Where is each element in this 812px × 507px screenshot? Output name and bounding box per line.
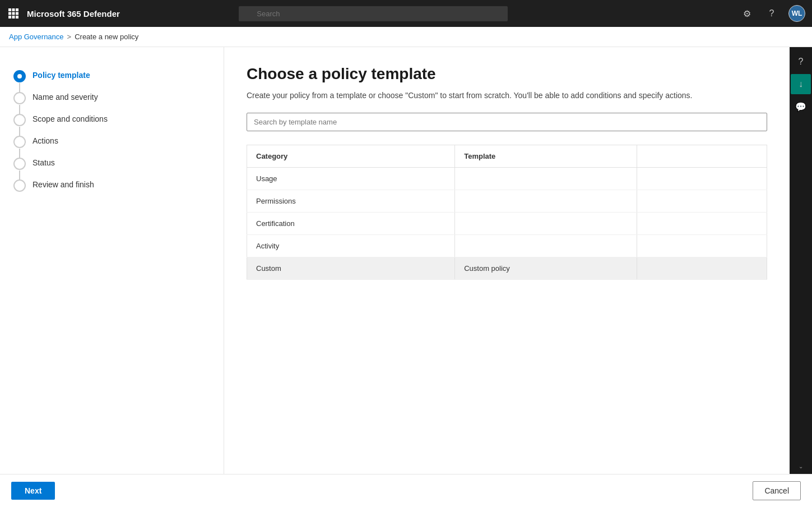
step-circle-policy-template [13,70,26,82]
svg-rect-5 [16,12,18,15]
category-custom[interactable]: Custom [247,257,455,280]
help-icon[interactable]: ? [764,6,779,21]
step-label-scope-conditions: Scope and conditions [33,113,108,123]
table-row-selected[interactable]: Custom Custom policy [247,257,767,280]
right-panel-help-btn[interactable]: ? [791,52,811,72]
template-cell-permissions[interactable] [455,190,637,213]
app-title: Microsoft 365 Defender [27,9,120,19]
grid-icon[interactable] [7,7,20,20]
template-table: Category Template Usage Permissions C [247,145,767,280]
step-item-scope-conditions: Scope and conditions [13,109,210,131]
step-label-status: Status [33,157,55,167]
step-list: Policy template Name and severity Scope … [13,65,210,196]
category-certification[interactable]: Certification [247,213,455,235]
step-circle-scope-conditions [13,114,26,126]
breadcrumb-separator: > [67,33,72,41]
right-panel: ? ↓ 💬 ⌄ [790,47,812,474]
step-circle-actions [13,136,26,148]
page-title: Choose a policy template [247,65,767,83]
top-navigation: Microsoft 365 Defender 🔍 ⚙ ? WL [0,0,812,27]
step-label-actions: Actions [33,135,58,145]
svg-rect-7 [12,16,15,19]
step-label-policy-template: Policy template [33,70,90,80]
step-label-name-severity: Name and severity [33,91,98,102]
footer: Next Cancel [0,474,812,507]
svg-rect-1 [12,8,15,11]
step-item-name-severity: Name and severity [13,87,210,109]
step-item-policy-template: Policy template [13,65,210,87]
steps-sidebar: Policy template Name and severity Scope … [0,47,224,474]
col-header-category: Category [247,145,455,168]
content-area: Choose a policy template Create your pol… [224,47,790,474]
step-item-status: Status [13,153,210,174]
search-bar: 🔍 [239,6,508,21]
right-panel-feedback-btn[interactable]: 💬 [791,96,811,117]
step-circle-status [13,158,26,170]
template-cell-custom[interactable]: Custom policy [455,257,637,280]
category-permissions[interactable]: Permissions [247,190,455,213]
next-button[interactable]: Next [11,482,55,500]
table-row[interactable]: Activity [247,235,767,257]
breadcrumb-current: Create a new policy [75,33,138,41]
avatar[interactable]: WL [788,5,805,22]
breadcrumb: App Governance > Create a new policy [0,27,812,47]
template-cell-certification[interactable] [455,213,637,235]
step-label-review-finish: Review and finish [33,179,94,189]
svg-rect-8 [16,16,18,19]
step-item-review-finish: Review and finish [13,174,210,196]
template-cell-activity[interactable] [455,235,637,257]
table-row[interactable]: Permissions [247,190,767,213]
nav-right-controls: ⚙ ? WL [739,5,805,22]
svg-rect-0 [8,8,11,11]
table-row[interactable]: Usage [247,168,767,190]
page-description: Create your policy from a template or ch… [247,90,767,102]
col-header-detail [637,145,767,168]
settings-icon[interactable]: ⚙ [739,6,755,21]
scroll-down-icon[interactable]: ⌄ [799,463,803,469]
cancel-button[interactable]: Cancel [753,481,801,500]
category-usage[interactable]: Usage [247,168,455,190]
step-circle-review-finish [13,179,26,192]
svg-rect-4 [12,12,15,15]
breadcrumb-parent[interactable]: App Governance [9,33,64,41]
category-activity[interactable]: Activity [247,235,455,257]
svg-rect-3 [8,12,11,15]
svg-rect-2 [16,8,18,11]
main-layout: Policy template Name and severity Scope … [0,47,812,474]
step-circle-name-severity [13,92,26,104]
template-cell-usage[interactable] [455,168,637,190]
template-search-input[interactable] [247,113,767,131]
right-panel-download-btn[interactable]: ↓ [791,74,811,94]
search-input[interactable] [239,6,508,21]
step-item-actions: Actions [13,131,210,153]
table-row[interactable]: Certification [247,213,767,235]
svg-rect-6 [8,16,11,19]
col-header-template: Template [455,145,637,168]
